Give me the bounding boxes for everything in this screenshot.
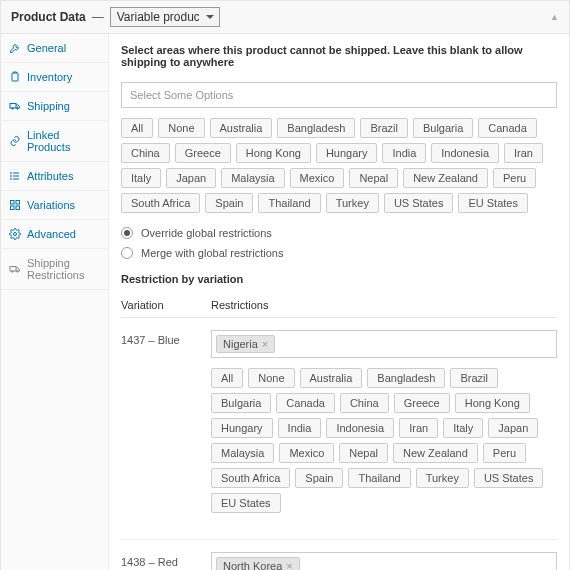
wrench-icon — [9, 42, 21, 54]
remove-tag-icon[interactable]: × — [286, 560, 292, 570]
location-chip[interactable]: Japan — [166, 168, 216, 188]
location-chip[interactable]: Greece — [175, 143, 231, 163]
sidebar-item-variations[interactable]: Variations — [1, 191, 108, 220]
option-label: Merge with global restrictions — [141, 247, 283, 259]
location-chip[interactable]: Hong Kong — [236, 143, 311, 163]
location-chip[interactable]: Mexico — [279, 443, 334, 463]
location-chip[interactable]: Italy — [443, 418, 483, 438]
option-merge[interactable]: Merge with global restrictions — [121, 247, 557, 259]
sidebar-item-shipping-restrictions[interactable]: Shipping Restrictions — [1, 249, 108, 290]
location-chip[interactable]: Turkey — [326, 193, 379, 213]
location-chip[interactable]: US States — [474, 468, 544, 488]
location-chip[interactable]: Peru — [493, 168, 536, 188]
variation-multiselect[interactable]: Nigeria× — [211, 330, 557, 358]
location-chip[interactable]: All — [121, 118, 153, 138]
variation-multiselect[interactable]: North Korea× — [211, 552, 557, 570]
location-chip[interactable]: Hong Kong — [455, 393, 530, 413]
location-chip[interactable]: China — [121, 143, 170, 163]
location-chip[interactable]: Iran — [504, 143, 543, 163]
sidebar-item-advanced[interactable]: Advanced — [1, 220, 108, 249]
sidebar-item-label: Shipping — [27, 100, 70, 112]
location-chip[interactable]: Hungary — [316, 143, 378, 163]
sidebar-item-label: Attributes — [27, 170, 73, 182]
truck-icon — [9, 263, 21, 275]
location-chip[interactable]: Iran — [399, 418, 438, 438]
location-chip[interactable]: Brazil — [360, 118, 408, 138]
location-chip[interactable]: Greece — [394, 393, 450, 413]
sidebar-item-linked[interactable]: Linked Products — [1, 121, 108, 162]
col-variation: Variation — [121, 299, 211, 311]
sidebar-item-label: Advanced — [27, 228, 76, 240]
list-icon — [9, 170, 21, 182]
location-chip[interactable]: Turkey — [416, 468, 469, 488]
title-separator: — — [92, 10, 104, 24]
location-chip[interactable]: South Africa — [211, 468, 290, 488]
grid-icon — [9, 199, 21, 211]
location-chip[interactable]: Japan — [488, 418, 538, 438]
sidebar: General Inventory Shipping Linked Produc… — [1, 34, 109, 570]
location-chip[interactable]: South Africa — [121, 193, 200, 213]
location-chip[interactable]: Malaysia — [211, 443, 274, 463]
location-chip[interactable]: US States — [384, 193, 454, 213]
radio-icon — [121, 247, 133, 259]
location-chip[interactable]: Hungary — [211, 418, 273, 438]
selected-tag: Nigeria× — [216, 335, 275, 353]
variation-name: 1438 – Red — [121, 552, 211, 570]
location-chip[interactable]: Bangladesh — [277, 118, 355, 138]
sidebar-item-attributes[interactable]: Attributes — [1, 162, 108, 191]
sidebar-item-label: Inventory — [27, 71, 72, 83]
location-chip[interactable]: Thailand — [348, 468, 410, 488]
sidebar-item-shipping[interactable]: Shipping — [1, 92, 108, 121]
product-data-panel: Product Data — Variable product ▲ Genera… — [0, 0, 570, 570]
location-chip[interactable]: Mexico — [290, 168, 345, 188]
location-chip[interactable]: All — [211, 368, 243, 388]
table-row: 1437 – BlueNigeria×AllNoneAustraliaBangl… — [121, 318, 557, 540]
sidebar-item-general[interactable]: General — [1, 34, 108, 63]
location-chip[interactable]: Nepal — [349, 168, 398, 188]
location-chips: AllNoneAustraliaBangladeshBrazilBulgaria… — [121, 118, 557, 213]
location-chip[interactable]: Malaysia — [221, 168, 284, 188]
remove-tag-icon[interactable]: × — [262, 338, 268, 350]
location-chip[interactable]: Bangladesh — [367, 368, 445, 388]
location-chip[interactable]: Indonesia — [431, 143, 499, 163]
location-chip[interactable]: Bulgaria — [211, 393, 271, 413]
location-chip[interactable]: Australia — [210, 118, 273, 138]
location-chip[interactable]: New Zealand — [393, 443, 478, 463]
location-chip[interactable]: China — [340, 393, 389, 413]
variation-location-chips: AllNoneAustraliaBangladeshBrazilBulgaria… — [211, 368, 557, 513]
location-chip[interactable]: Nepal — [339, 443, 388, 463]
product-type-select[interactable]: Variable product — [110, 7, 220, 27]
truck-icon — [9, 100, 21, 112]
svg-point-14 — [14, 233, 17, 236]
location-chip[interactable]: Australia — [300, 368, 363, 388]
location-chip[interactable]: Canada — [478, 118, 537, 138]
clipboard-icon — [9, 71, 21, 83]
location-chip[interactable]: Canada — [276, 393, 335, 413]
location-chip[interactable]: EU States — [458, 193, 528, 213]
location-chip[interactable]: New Zealand — [403, 168, 488, 188]
location-chip[interactable]: None — [248, 368, 294, 388]
svg-point-9 — [11, 179, 12, 180]
collapse-toggle[interactable]: ▲ — [550, 12, 559, 22]
restrictions-multiselect[interactable]: Select Some Options — [121, 82, 557, 108]
location-chip[interactable]: Brazil — [450, 368, 498, 388]
variation-table: Variation Restrictions 1437 – BlueNigeri… — [121, 293, 557, 570]
location-chip[interactable]: Peru — [483, 443, 526, 463]
location-chip[interactable]: Spain — [205, 193, 253, 213]
sidebar-item-inventory[interactable]: Inventory — [1, 63, 108, 92]
location-chip[interactable]: Thailand — [258, 193, 320, 213]
location-chip[interactable]: Bulgaria — [413, 118, 473, 138]
table-header: Variation Restrictions — [121, 293, 557, 318]
sidebar-item-label: Shipping Restrictions — [27, 257, 100, 281]
svg-rect-12 — [11, 206, 15, 210]
location-chip[interactable]: Italy — [121, 168, 161, 188]
location-chip[interactable]: None — [158, 118, 204, 138]
location-chip[interactable]: India — [382, 143, 426, 163]
tag-label: North Korea — [223, 560, 282, 570]
location-chip[interactable]: Spain — [295, 468, 343, 488]
tag-label: Nigeria — [223, 338, 258, 350]
location-chip[interactable]: EU States — [211, 493, 281, 513]
option-override[interactable]: Override global restrictions — [121, 227, 557, 239]
location-chip[interactable]: Indonesia — [326, 418, 394, 438]
location-chip[interactable]: India — [278, 418, 322, 438]
